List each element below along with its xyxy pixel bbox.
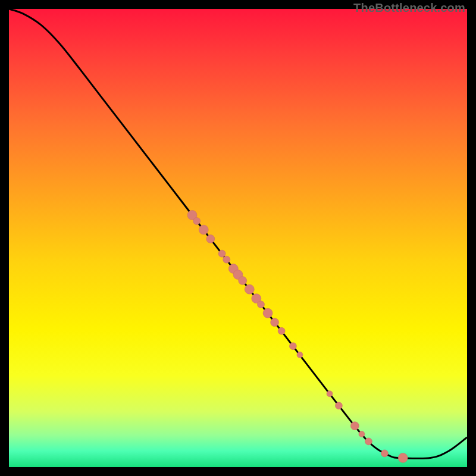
data-marker xyxy=(365,438,372,445)
data-marker xyxy=(218,250,226,257)
data-marker xyxy=(350,422,359,430)
data-marker xyxy=(359,431,365,437)
bottleneck-plot xyxy=(9,9,467,467)
data-marker xyxy=(327,391,333,397)
data-marker xyxy=(381,450,388,457)
data-marker xyxy=(278,327,285,334)
gradient-background xyxy=(9,9,467,467)
data-marker xyxy=(199,225,208,234)
data-marker xyxy=(223,256,230,263)
data-marker xyxy=(335,402,342,409)
data-marker xyxy=(263,308,273,318)
chart-frame xyxy=(9,9,467,467)
data-marker xyxy=(193,218,201,225)
data-marker xyxy=(258,301,265,308)
data-marker xyxy=(289,343,296,350)
data-marker xyxy=(245,284,254,294)
data-marker xyxy=(271,318,279,327)
watermark-text: TheBottleneck.com xyxy=(353,1,465,15)
data-marker xyxy=(206,235,215,243)
data-marker xyxy=(398,453,408,463)
data-marker xyxy=(297,352,303,358)
data-marker xyxy=(239,277,247,285)
